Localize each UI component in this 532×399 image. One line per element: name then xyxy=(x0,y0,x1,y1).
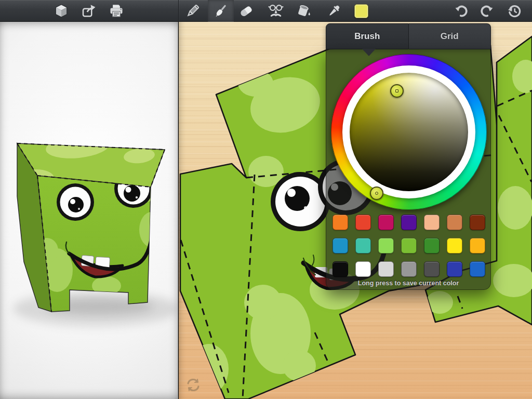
color-swatch[interactable] xyxy=(401,261,417,277)
disc-knob-hole xyxy=(395,89,398,92)
color-swatch[interactable] xyxy=(355,261,371,277)
popover-caption: Long press to save current color xyxy=(326,280,490,287)
color-swatch[interactable] xyxy=(332,261,348,277)
print-button[interactable] xyxy=(103,0,129,22)
popover-tab-bar: Brush Grid xyxy=(326,23,491,49)
eyedropper-icon xyxy=(326,3,342,19)
saturation-brightness-disc[interactable] xyxy=(350,73,468,191)
current-color-chip xyxy=(354,4,368,18)
redo-button[interactable] xyxy=(474,0,500,22)
undo-icon xyxy=(454,3,469,19)
hue-ring[interactable] xyxy=(331,54,487,210)
toolbar xyxy=(0,0,532,22)
share-button[interactable] xyxy=(76,0,102,22)
color-swatch[interactable] xyxy=(332,215,348,230)
history-button[interactable] xyxy=(501,0,527,22)
undo-button[interactable] xyxy=(448,0,474,22)
hue-knob-hole xyxy=(375,192,378,195)
color-swatch[interactable] xyxy=(447,215,462,230)
app-window: Brush Grid Long press to save current co… xyxy=(0,0,532,399)
color-swatch[interactable] xyxy=(378,238,394,254)
preview-3d-button[interactable] xyxy=(48,0,74,22)
popover-notch xyxy=(362,49,376,56)
color-swatch[interactable] xyxy=(355,238,371,254)
color-swatch[interactable] xyxy=(447,238,462,254)
redo-icon xyxy=(479,3,495,19)
color-swatch[interactable] xyxy=(401,238,417,254)
tab-brush[interactable]: Brush xyxy=(326,23,409,49)
current-color-button[interactable] xyxy=(348,0,374,22)
color-swatch[interactable] xyxy=(378,261,394,277)
brush-icon xyxy=(213,3,229,19)
hue-selector-knob[interactable] xyxy=(370,187,383,200)
rotate-template-icon[interactable] xyxy=(188,379,198,391)
color-swatch[interactable] xyxy=(401,215,417,230)
tab-grid[interactable]: Grid xyxy=(409,23,491,49)
tool-pencil[interactable] xyxy=(180,0,206,22)
color-swatch[interactable] xyxy=(470,215,485,230)
color-swatch[interactable] xyxy=(424,261,440,277)
preview-3d-model xyxy=(0,22,178,399)
disguise-glasses-icon xyxy=(268,3,284,19)
print-icon xyxy=(109,3,124,19)
swatch-grid xyxy=(332,215,485,277)
toolbar-divider xyxy=(178,0,179,22)
tool-brush[interactable] xyxy=(208,0,234,22)
color-swatch[interactable] xyxy=(447,261,462,277)
eraser-icon xyxy=(238,3,254,19)
color-swatch[interactable] xyxy=(332,238,348,254)
disc-selector-knob[interactable] xyxy=(390,84,404,98)
color-popover: Long press to save current color xyxy=(326,49,491,290)
tool-eraser[interactable] xyxy=(233,0,259,22)
color-swatch[interactable] xyxy=(378,215,394,230)
revert-history-icon xyxy=(507,3,522,19)
tool-disguise-stamp[interactable] xyxy=(263,0,289,22)
cube-3d-icon xyxy=(54,3,69,19)
tool-eyedropper[interactable] xyxy=(321,0,347,22)
color-swatch[interactable] xyxy=(470,261,485,277)
pencil-icon xyxy=(185,3,201,19)
color-swatch[interactable] xyxy=(470,238,485,254)
tool-paint-bucket[interactable] xyxy=(291,0,317,22)
preview-3d-panel[interactable] xyxy=(0,22,178,399)
color-swatch[interactable] xyxy=(355,215,371,230)
paint-bucket-icon xyxy=(296,3,312,19)
share-export-icon xyxy=(81,3,97,19)
color-swatch[interactable] xyxy=(424,238,440,254)
color-swatch[interactable] xyxy=(424,215,440,230)
